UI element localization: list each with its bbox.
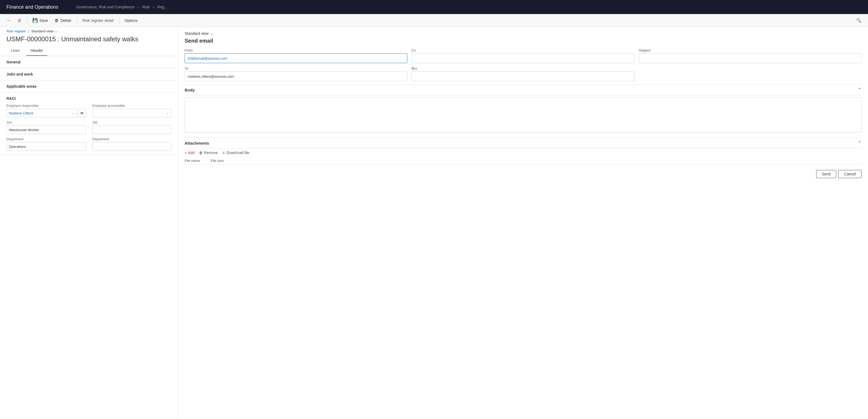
back-button[interactable]: ←	[4, 17, 13, 24]
breadcrumb-sep: |	[28, 29, 29, 33]
toolbar: ← ☰ 💾 Save 🗑 Delete Risk register detail…	[0, 14, 868, 27]
app-title-text: Finance and Operations	[6, 4, 58, 10]
delete-button[interactable]: 🗑 Delete	[52, 17, 73, 24]
body-header: Body ⌃	[185, 85, 862, 95]
employee-responsible-value: Noelene Cilliers	[9, 111, 33, 115]
breadcrumb-item2[interactable]: Risk	[142, 5, 150, 9]
left-panel: Risk register | Standard view ⌄ USMF-000…	[0, 27, 178, 419]
remove-label: Remove	[204, 151, 218, 155]
section-general-title[interactable]: General	[6, 60, 172, 64]
right-panel: Standard view ⌄ Send email From Cc Subje…	[178, 27, 868, 419]
record-title: USMF-00000015 : Unmaintained safety walk…	[0, 33, 178, 46]
col-filesize-header: File size	[211, 159, 224, 163]
delete-icon: 🗑	[55, 18, 59, 23]
email-responsible-button[interactable]: ✉	[78, 109, 86, 117]
email-row-1: From Cc Subject	[185, 48, 862, 63]
send-button[interactable]: Send	[816, 170, 836, 178]
body-textarea[interactable]	[185, 97, 862, 132]
download-label: Download file	[226, 151, 249, 155]
from-input[interactable]	[185, 54, 407, 63]
bcc-field-group: Bcc	[412, 66, 634, 81]
view-selector-top[interactable]: Standard view ⌄	[185, 31, 862, 36]
search-button[interactable]: 🔍	[854, 17, 864, 24]
employee-accountable-field: Employee accountable ⌄	[92, 104, 172, 117]
trash-icon: 🗑	[199, 151, 203, 155]
section-raci: RACI Employee responsible Noelene Cillie…	[0, 93, 178, 155]
chevron-down-icon2: ⌄	[166, 111, 169, 115]
attachments-header: Attachments ⌃	[185, 138, 862, 149]
save-label: Save	[39, 18, 48, 23]
email-row-2: To Bcc	[185, 66, 862, 81]
attachments-toolbar: + Add 🗑 Remove ⇓ Download file	[185, 151, 862, 155]
remove-attachment-button[interactable]: 🗑 Remove	[199, 151, 218, 155]
to-field-group: To	[185, 66, 407, 81]
employee-accountable-dropdown[interactable]: ⌄	[92, 109, 172, 117]
body-header-title: Body	[185, 88, 195, 92]
department-left-input[interactable]	[6, 142, 86, 151]
tab-lines-label: Lines	[11, 48, 20, 53]
job-right-input[interactable]	[92, 125, 172, 134]
save-icon: 💾	[32, 18, 38, 23]
job-left-input[interactable]	[6, 125, 86, 134]
panel-title: Send email	[185, 38, 862, 44]
section-applicable-title[interactable]: Applicable areas	[6, 84, 172, 89]
content-breadcrumb: Risk register | Standard view ⌄	[0, 27, 178, 33]
spacer-field	[639, 66, 862, 81]
action-buttons: Send Cancel	[185, 170, 862, 178]
cc-field-group: Cc	[412, 48, 634, 63]
section-general: General	[0, 56, 178, 68]
attachments-collapse-button[interactable]: ⌃	[858, 140, 862, 146]
to-label: To	[185, 66, 407, 70]
toolbar-separator2	[76, 17, 77, 24]
tab-header[interactable]: Header	[26, 46, 47, 56]
section-applicable: Applicable areas	[0, 80, 178, 93]
section-raci-title: RACI	[6, 96, 172, 101]
add-attachment-button[interactable]: + Add	[185, 151, 195, 155]
top-breadcrumb: Governance, Risk and Compliance › Risk ›…	[70, 5, 173, 9]
attachments-header-title: Attachments	[185, 141, 209, 146]
section-jobs: Jobs and work	[0, 68, 178, 80]
app-title: Finance and Operations	[0, 0, 70, 14]
to-input[interactable]	[185, 71, 407, 81]
cc-input[interactable]	[412, 54, 634, 63]
subject-field-group: Subject	[639, 48, 862, 63]
employee-responsible-label: Employee responsible	[6, 104, 86, 108]
body-section: Body ⌃	[185, 85, 862, 133]
employee-responsible-dropdown[interactable]: Noelene Cilliers ⌄	[6, 109, 77, 117]
hamburger-button[interactable]: ☰	[16, 17, 24, 24]
tab-lines[interactable]: Lines	[6, 46, 24, 56]
top-nav: Finance and Operations Governance, Risk …	[0, 0, 868, 14]
tab-header-label: Header	[31, 48, 43, 53]
toolbar-separator	[27, 17, 27, 24]
chevron-right-icon2: ›	[153, 5, 154, 9]
job-left-label: Job	[6, 121, 86, 124]
department-right-field: Department	[92, 137, 172, 151]
cancel-button[interactable]: Cancel	[838, 170, 862, 178]
add-label: Add	[188, 151, 195, 155]
attachments-table-header: File name File size	[185, 157, 862, 165]
section-jobs-title[interactable]: Jobs and work	[6, 72, 172, 76]
risk-register-link[interactable]: Risk register	[6, 29, 26, 33]
page-label: Risk register detail	[82, 18, 113, 23]
col-filename-header: File name	[185, 159, 200, 163]
download-file-button[interactable]: ⇓ Download file	[222, 151, 249, 155]
department-left-label: Department	[6, 137, 86, 141]
department-left-field: Department	[6, 137, 86, 151]
bcc-input[interactable]	[412, 71, 634, 81]
view-selector-left[interactable]: Standard view ⌄	[31, 29, 58, 33]
department-right-input[interactable]	[92, 142, 172, 151]
options-button[interactable]: Options	[123, 17, 140, 24]
breadcrumb-item3[interactable]: Reg...	[157, 5, 167, 9]
employee-row: Employee responsible Noelene Cilliers ⌄ …	[6, 104, 172, 117]
breadcrumb-item1[interactable]: Governance, Risk and Compliance	[76, 5, 134, 9]
employee-responsible-field: Employee responsible Noelene Cilliers ⌄ …	[6, 104, 86, 117]
save-button[interactable]: 💾 Save	[30, 17, 50, 24]
subject-input[interactable]	[639, 54, 862, 63]
main-layout: Risk register | Standard view ⌄ USMF-000…	[0, 27, 868, 419]
bcc-label: Bcc	[412, 66, 634, 70]
body-collapse-button[interactable]: ⌃	[858, 87, 862, 93]
employee-responsible-dropdown-container: Noelene Cilliers ⌄ ✉	[6, 109, 86, 117]
from-field-group: From	[185, 48, 407, 63]
cc-label: Cc	[412, 48, 634, 52]
job-right-field: Job	[92, 121, 172, 134]
